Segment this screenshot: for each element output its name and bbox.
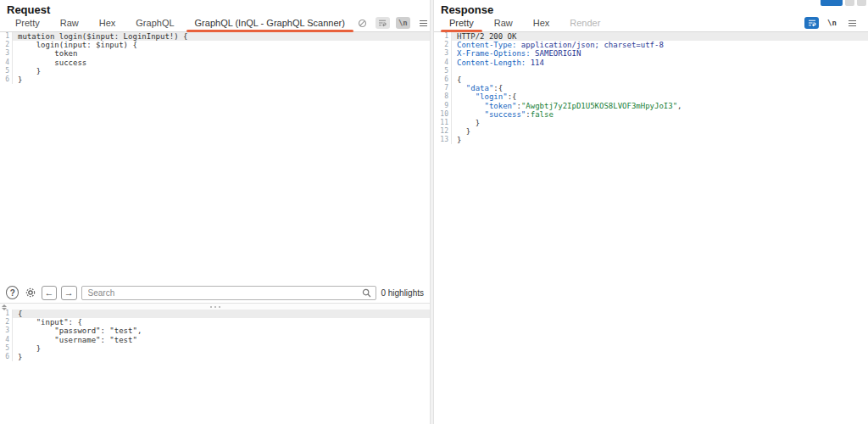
line-number: 5 (0, 67, 13, 75)
response-panel: Response PrettyRawHexRender \n 1HTTP/2 2… (434, 0, 868, 424)
code-line: 3X-Frame-Options: SAMEORIGIN (434, 49, 868, 58)
line-number: 12 (434, 127, 452, 136)
response-editor-toolbar: \n (804, 17, 863, 31)
menu-icon[interactable] (416, 17, 431, 29)
line-number: 7 (434, 84, 452, 92)
search-next-button[interactable]: → (61, 286, 76, 300)
settings-gear-icon[interactable] (23, 286, 36, 300)
code-line: 5 } (0, 344, 430, 353)
tab-pretty[interactable]: Pretty (439, 16, 484, 31)
line-number: 6 (0, 353, 13, 361)
request-tabs: PrettyRawHexGraphQLGraphQL (InQL - Graph… (5, 16, 355, 31)
show-newlines-icon[interactable]: \n (396, 17, 410, 29)
tab-pretty[interactable]: Pretty (5, 16, 50, 31)
code-line: 5 (434, 67, 868, 75)
code-line: 7 "data":{ (434, 84, 868, 92)
cutoff-button-secondary[interactable] (845, 0, 854, 6)
code-text: } (452, 119, 868, 127)
code-line: 9 "token":"Awgbtj7y2IpD1U5KOS8LVOF3mHpyJ… (434, 102, 868, 110)
select-none-icon[interactable] (355, 17, 370, 29)
tab-graphql-inql-graphql-scanner[interactable]: GraphQL (InQL - GraphQL Scanner) (185, 16, 355, 31)
line-number: 3 (0, 49, 13, 58)
request-editor[interactable]: 1mutation login($input: LoginInput!) {2 … (0, 32, 430, 282)
tab-render[interactable]: Render (559, 16, 610, 31)
code-line: 3 "password": "test", (0, 326, 430, 335)
line-number: 1 (434, 32, 452, 41)
code-text: } (13, 75, 430, 84)
line-number: 2 (0, 318, 13, 326)
request-panel: Request PrettyRawHexGraphQLGraphQL (InQL… (0, 0, 430, 424)
line-number: 4 (434, 59, 452, 67)
search-prev-button[interactable]: ← (42, 286, 57, 300)
code-text: token (13, 49, 430, 58)
arrow-left-icon: ← (45, 287, 54, 298)
line-number: 5 (0, 344, 13, 353)
code-text: } (452, 136, 868, 144)
tab-hex[interactable]: Hex (523, 16, 560, 31)
line-number: 6 (434, 75, 452, 84)
splitter-drag-handle-icon (210, 306, 220, 308)
code-line: 11 } (434, 119, 868, 127)
code-line: 6{ (434, 75, 868, 84)
cutoff-button-primary[interactable] (821, 0, 843, 6)
repeater-view: Request PrettyRawHexGraphQLGraphQL (InQL… (0, 0, 868, 424)
code-text: X-Frame-Options: SAMEORIGIN (452, 49, 868, 58)
code-line: 2Content-Type: application/json; charset… (434, 41, 868, 49)
line-number: 11 (434, 119, 452, 127)
line-number: 1 (0, 310, 13, 318)
request-editor-toolbar: \n (355, 17, 434, 31)
code-text: "success":false (452, 110, 868, 119)
tab-raw[interactable]: Raw (484, 16, 523, 31)
code-line: 1mutation login($input: LoginInput!) { (0, 32, 430, 41)
code-text: } (13, 344, 430, 353)
code-text: login(input: $input) { (13, 41, 430, 49)
code-text: } (13, 353, 430, 361)
variables-splitter[interactable] (0, 303, 430, 310)
show-newlines-icon[interactable]: \n (825, 17, 839, 29)
code-line: 1HTTP/2 200 OK (434, 32, 868, 41)
code-line: 4 success (0, 59, 430, 67)
line-number: 1 (0, 32, 13, 41)
code-text: "input": { (13, 318, 430, 326)
code-line: 2 "input": { (0, 318, 430, 326)
code-line: 13} (434, 136, 868, 144)
response-editor[interactable]: 1HTTP/2 200 OK2Content-Type: application… (434, 32, 868, 424)
code-line: 3 token (0, 49, 430, 58)
code-text: Content-Length: 114 (452, 59, 868, 67)
code-line: 4 "username": "test" (0, 336, 430, 344)
splitter-collapse-icon[interactable] (2, 304, 7, 310)
cutoff-button-tertiary[interactable] (857, 0, 866, 6)
arrow-right-icon: → (64, 287, 74, 298)
code-line: 12 } (434, 127, 868, 136)
search-icon (362, 288, 371, 298)
code-line: 6} (0, 353, 430, 361)
line-number: 9 (434, 102, 452, 110)
code-text: "password": "test", (13, 326, 430, 335)
code-line: 4Content-Length: 114 (434, 59, 868, 67)
code-text: { (13, 310, 430, 318)
line-number: 3 (434, 49, 452, 58)
response-tabs: PrettyRawHexRender (439, 16, 610, 31)
response-tabbar: PrettyRawHexRender \n (434, 16, 868, 32)
menu-icon[interactable] (845, 17, 860, 29)
wrap-lines-icon[interactable] (804, 17, 819, 29)
code-text: success (13, 59, 430, 67)
search-input[interactable] (86, 287, 363, 298)
newline-icon-label: \n (398, 19, 408, 27)
wrap-lines-icon[interactable] (376, 17, 390, 29)
tab-graphql[interactable]: GraphQL (125, 16, 184, 31)
code-line: 5 } (0, 67, 430, 75)
tab-hex[interactable]: Hex (89, 16, 126, 31)
code-text (452, 67, 868, 75)
help-icon[interactable]: ? (6, 286, 19, 299)
newline-icon-label: \n (827, 19, 837, 27)
code-line: 8 "login":{ (434, 92, 868, 101)
variables-editor[interactable]: 1{2 "input": {3 "password": "test",4 "us… (0, 310, 430, 424)
code-line: 1{ (0, 310, 430, 318)
tab-raw[interactable]: Raw (50, 16, 89, 31)
line-number: 4 (0, 59, 13, 67)
code-text: mutation login($input: LoginInput!) { (13, 32, 430, 41)
line-number: 4 (0, 336, 13, 344)
request-panel-title: Request (0, 0, 430, 16)
code-line: 6} (0, 75, 430, 84)
